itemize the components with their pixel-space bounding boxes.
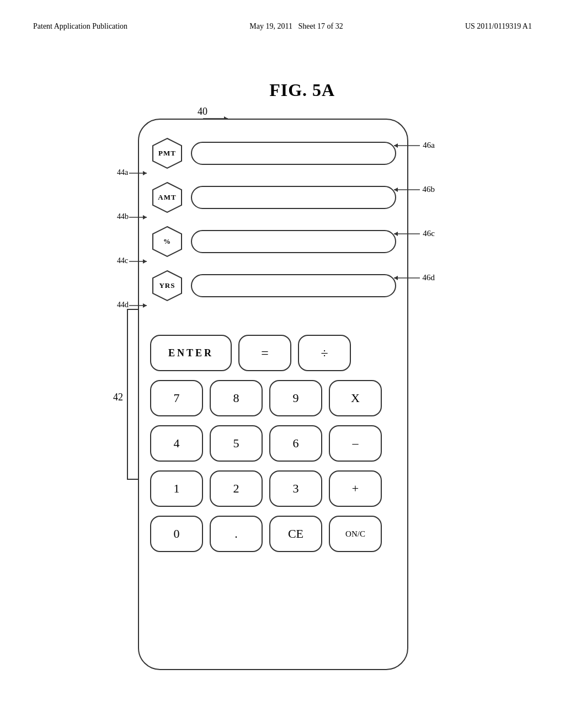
ref-44d-arrow: [129, 302, 150, 309]
ref-44d-label: 44d: [117, 301, 129, 309]
six-key[interactable]: 6: [269, 425, 322, 462]
five-key[interactable]: 5: [210, 425, 263, 462]
figure-title: FIG. 5A: [269, 80, 335, 100]
ref-44a-arrow: [129, 169, 150, 177]
row-456m: 4 5 6 –: [150, 425, 396, 462]
multiply-key[interactable]: X: [329, 380, 382, 416]
three-key[interactable]: 3: [269, 470, 322, 507]
display-46c: [191, 230, 396, 253]
plus-key[interactable]: +: [329, 470, 382, 507]
svg-marker-21: [143, 303, 147, 308]
page-header: Patent Application Publication May 19, 2…: [0, 22, 565, 31]
eight-key[interactable]: 8: [210, 380, 263, 416]
two-key[interactable]: 2: [210, 470, 263, 507]
ref-44b-label: 44b: [117, 212, 129, 221]
enter-row: ENTER = ÷: [150, 335, 396, 371]
yrs-key[interactable]: YRS: [150, 269, 184, 303]
svg-marker-19: [394, 276, 398, 280]
ref-46c: 46c: [391, 229, 435, 238]
header-left: Patent Application Publication: [33, 22, 127, 31]
pmt-key[interactable]: PMT: [150, 136, 184, 170]
svg-marker-16: [143, 259, 147, 264]
displays-area: PMT 46a 44a AMT: [150, 136, 396, 313]
equals-key[interactable]: =: [238, 335, 291, 371]
svg-marker-4: [394, 143, 398, 148]
dot-key[interactable]: .: [210, 516, 263, 552]
row-0ce: 0 . CE ON/C: [150, 516, 396, 552]
display-46a: [191, 142, 396, 165]
ref-44c-label: 44c: [117, 256, 128, 265]
row-789x: 7 8 9 X: [150, 380, 396, 416]
header-center: May 19, 2011 Sheet 17 of 32: [249, 22, 343, 31]
amt-row: AMT 46b: [150, 180, 396, 215]
svg-marker-14: [394, 232, 398, 236]
row-123p: 1 2 3 +: [150, 470, 396, 507]
four-key[interactable]: 4: [150, 425, 203, 462]
svg-marker-11: [143, 215, 147, 220]
ce-key[interactable]: CE: [269, 516, 322, 552]
ref-42-label: 42: [113, 392, 123, 403]
enter-key[interactable]: ENTER: [150, 335, 232, 371]
nine-key[interactable]: 9: [269, 380, 322, 416]
amt-key[interactable]: AMT: [150, 180, 184, 215]
svg-marker-6: [143, 171, 147, 175]
one-key[interactable]: 1: [150, 470, 203, 507]
ref-46a: 46a: [391, 141, 435, 150]
header-right: US 2011/0119319 A1: [465, 22, 532, 31]
ref-44a-label: 44a: [117, 168, 128, 177]
minus-key[interactable]: –: [329, 425, 382, 462]
display-46b: [191, 186, 396, 209]
ref-44c-arrow: [129, 258, 150, 265]
pmt-row: PMT 46a: [150, 136, 396, 170]
zero-key[interactable]: 0: [150, 516, 203, 552]
ref-46d: 46d: [391, 273, 435, 282]
ref-46b: 46b: [391, 185, 435, 194]
yrs-row: YRS 46d: [150, 269, 396, 303]
svg-marker-9: [394, 188, 398, 192]
pct-row: % 46c: [150, 224, 396, 259]
divide-key[interactable]: ÷: [298, 335, 351, 371]
display-46d: [191, 274, 396, 297]
onc-key[interactable]: ON/C: [329, 516, 382, 552]
keypad-area: ENTER = ÷ 7 8 9 X 4 5 6 – 1 2 3 + 0 .: [150, 335, 396, 561]
pct-key[interactable]: %: [150, 224, 184, 259]
seven-key[interactable]: 7: [150, 380, 203, 416]
bracket-42: [127, 309, 138, 480]
calculator-device: PMT 46a 44a AMT: [138, 119, 408, 670]
ref-44b-arrow: [129, 213, 150, 221]
